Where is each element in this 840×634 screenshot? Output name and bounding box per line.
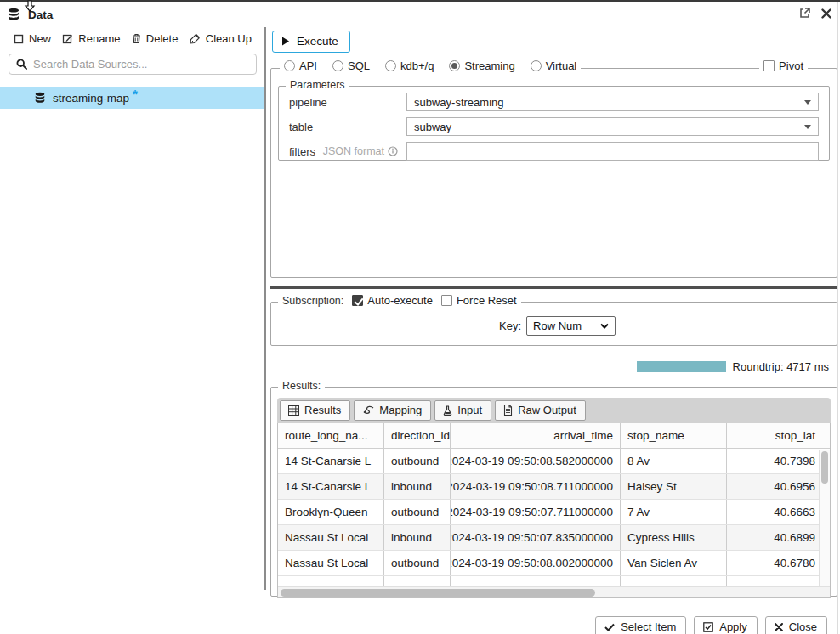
cleanup-icon (190, 33, 201, 44)
pivot-checkbox-item[interactable]: Pivot (763, 59, 803, 72)
delete-button[interactable]: Delete (132, 32, 179, 45)
delete-label: Delete (146, 32, 179, 45)
source-type-virtual[interactable]: Virtual (531, 59, 577, 72)
column-header[interactable]: stop_lat (727, 423, 830, 448)
source-type-label: SQL (348, 59, 370, 72)
select-item-button[interactable]: Select Item (595, 616, 686, 634)
pipeline-row: pipeline subway-streaming (289, 93, 819, 111)
source-type-kdb[interactable]: kdb+/q (385, 59, 434, 72)
radio-icon (284, 60, 295, 71)
apply-label: Apply (719, 620, 747, 633)
source-type-label: Streaming (464, 59, 514, 72)
source-type-sql[interactable]: SQL (332, 59, 370, 72)
chevron-down-icon (600, 323, 609, 329)
document-icon (503, 405, 513, 416)
table-header-row: route_long_na... direction_id arrival_ti… (278, 423, 830, 449)
table-row[interactable]: 14 St-Canarsie L inbound 2024-03-19 09:5… (278, 474, 830, 500)
database-icon (7, 8, 20, 21)
chevron-down-icon (804, 100, 811, 105)
pivot-label: Pivot (779, 59, 803, 72)
cell-arrival: 2024-03-19 09:50:07.711000000 (451, 500, 621, 524)
cell-direction: inbound (384, 474, 451, 499)
radio-icon (385, 60, 396, 71)
column-header[interactable]: direction_id (384, 423, 451, 448)
parameters-group: Parameters pipeline subway-streaming tab… (278, 86, 830, 161)
key-value: Row Num (533, 320, 582, 332)
new-label: New (29, 32, 51, 45)
column-header[interactable]: stop_name (621, 423, 727, 448)
cell-lat: 40.7398 (727, 449, 830, 473)
source-type-api[interactable]: API (284, 59, 317, 72)
table-row[interactable]: Nassau St Local outbound 2024-03-19 09:5… (278, 551, 830, 576)
tab-results[interactable]: Results (280, 400, 350, 421)
source-type-label: kdb+/q (400, 59, 434, 72)
table-row[interactable]: Brooklyn-Queen outbound 2024-03-19 09:50… (278, 500, 830, 525)
apply-button[interactable]: Apply (694, 616, 758, 634)
cell-lat: 40.6899 (727, 525, 830, 550)
cell-lat: 40.6956 (727, 474, 830, 499)
column-header[interactable]: route_long_na... (278, 423, 384, 448)
subscription-legend: Subscription: Auto-execute Force Reset (278, 294, 521, 307)
source-type-label: API (299, 59, 317, 72)
results-group: Results: Results Mapping Input Raw Outpu… (270, 387, 837, 597)
tab-label: Mapping (379, 404, 422, 416)
cell-stop: Cypress Hills (621, 525, 727, 550)
horizontal-scrollbar[interactable] (278, 586, 830, 597)
cleanup-button[interactable]: Clean Up (190, 32, 252, 45)
chevron-down-icon (804, 125, 811, 129)
flask-icon (443, 405, 452, 416)
popout-icon[interactable] (799, 8, 810, 19)
execute-button[interactable]: Execute (272, 31, 350, 53)
drop-cursor (24, 0, 36, 13)
cell-arrival: 2024-03-19 09:50:08.711000000 (451, 474, 621, 499)
table-select[interactable]: subway (406, 117, 819, 136)
pipeline-label: pipeline (289, 96, 406, 109)
tab-label: Raw Output (518, 404, 576, 416)
execute-label: Execute (297, 35, 338, 48)
tab-input[interactable]: Input (434, 400, 491, 421)
close-button[interactable]: Close (765, 616, 827, 634)
table-row[interactable]: Nassau St Local inbound 2024-03-19 09:50… (278, 525, 830, 551)
dialog-footer: Select Item Apply Close (270, 616, 837, 634)
horizontal-scrollbar-thumb[interactable] (281, 589, 595, 597)
vertical-scrollbar[interactable] (819, 450, 830, 586)
column-header[interactable]: arrival_time (451, 423, 621, 448)
search-input[interactable] (33, 58, 249, 71)
cell-route: Nassau St Local (278, 551, 384, 575)
tab-mapping[interactable]: Mapping (354, 400, 431, 421)
tab-label: Input (457, 404, 482, 416)
source-type-group: API SQL kdb+/q Streaming Virtual (270, 68, 837, 278)
results-tabstrip: Results Mapping Input Raw Output (277, 398, 831, 423)
datasource-item-streaming-map[interactable]: streaming-map * (0, 87, 264, 109)
titlebar: Data (0, 2, 840, 27)
results-table: route_long_na... direction_id arrival_ti… (277, 423, 831, 598)
tab-raw-output[interactable]: Raw Output (495, 400, 586, 421)
filters-input[interactable] (406, 142, 819, 161)
datasource-label: streaming-map (53, 92, 129, 105)
new-icon (14, 34, 24, 44)
force-reset-item[interactable]: Force Reset (441, 294, 517, 307)
vertical-scrollbar-thumb[interactable] (821, 451, 828, 484)
table-row: table subway (289, 117, 819, 136)
source-type-streaming[interactable]: Streaming (449, 59, 514, 72)
force-reset-label: Force Reset (457, 294, 517, 307)
search-box[interactable] (9, 54, 257, 75)
tab-label: Results (304, 404, 341, 416)
auto-execute-item[interactable]: Auto-execute (352, 294, 433, 307)
cell-direction: inbound (384, 525, 451, 550)
force-reset-checkbox[interactable] (441, 295, 452, 306)
cell-direction: outbound (384, 449, 451, 473)
pivot-checkbox[interactable] (763, 60, 775, 71)
pipeline-select[interactable]: subway-streaming (406, 93, 819, 111)
cell-stop: Van Siclen Av (621, 551, 727, 575)
delete-icon (132, 33, 141, 44)
rename-button[interactable]: Rename (62, 32, 120, 45)
cell-route: 14 St-Canarsie L (278, 449, 384, 473)
auto-execute-label: Auto-execute (367, 294, 433, 307)
key-select[interactable]: Row Num (526, 316, 616, 336)
auto-execute-checkbox[interactable] (352, 295, 363, 306)
close-icon[interactable] (821, 8, 831, 19)
new-button[interactable]: New (14, 32, 51, 45)
table-row[interactable]: 14 St-Canarsie L outbound 2024-03-19 09:… (278, 449, 830, 474)
rename-icon (62, 33, 73, 44)
